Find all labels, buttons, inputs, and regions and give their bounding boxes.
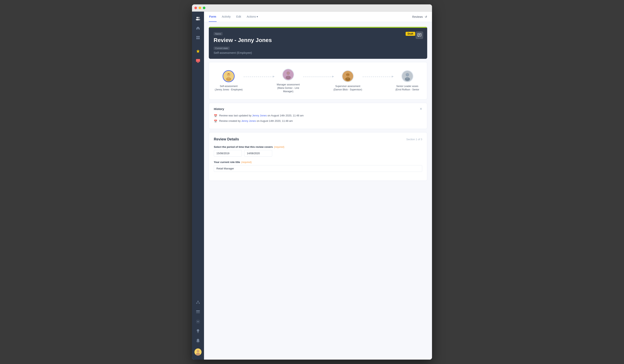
- current-state: Self-assessment (Employee): [214, 51, 422, 54]
- svg-rect-17: [196, 311, 200, 311]
- connector-1: [244, 77, 273, 77]
- svg-line-15: [197, 302, 198, 303]
- form-group-date: Select the period of time that this revi…: [214, 145, 422, 156]
- table-icon[interactable]: [194, 308, 202, 316]
- step-3-avatar-container: [342, 70, 354, 82]
- header-card: Name Review - Jenny Jones Current state …: [209, 27, 427, 59]
- svg-point-13: [196, 303, 197, 304]
- users-icon[interactable]: [194, 14, 202, 23]
- home-icon[interactable]: [194, 24, 202, 32]
- state-sub: (Employee): [237, 51, 252, 54]
- svg-rect-18: [196, 312, 200, 312]
- role-field-label: Your current role title (required): [214, 161, 422, 164]
- step-4-label: Senior Leader asses (Errol Rolfson - Sen…: [395, 85, 419, 91]
- date-required-indicator: (required): [274, 146, 285, 148]
- svg-point-47: [406, 73, 409, 76]
- form-group-role: Your current role title (required): [214, 161, 422, 172]
- name-label: Name: [214, 32, 223, 35]
- svg-point-20: [197, 321, 199, 322]
- workflow-step-3: Supervisor assessment (Damon Blick - Sup…: [333, 70, 363, 91]
- svg-point-27: [197, 350, 199, 352]
- svg-rect-19: [196, 312, 200, 313]
- svg-line-16: [198, 302, 199, 303]
- svg-rect-43: [346, 74, 349, 75]
- history-link-1[interactable]: Jenny Jones: [252, 114, 267, 117]
- tab-actions[interactable]: Actions ▾: [246, 12, 259, 22]
- svg-rect-10: [197, 62, 199, 62]
- workflow-card: Self-assessment (Jenny Jones - Employee): [209, 62, 427, 100]
- workflow-steps: Self-assessment (Jenny Jones - Employee): [214, 69, 422, 93]
- history-link-2[interactable]: Jenny Jones: [241, 119, 256, 122]
- main-content: Form Activity Edit Actions ▾ Reviews ↺: [204, 12, 432, 360]
- svg-point-38: [287, 72, 290, 75]
- details-title: Review Details: [214, 137, 239, 141]
- svg-rect-11: [197, 62, 199, 63]
- history-item-2: 📅 Review created by Jenny Jones on Augus…: [214, 119, 422, 123]
- svg-rect-22: [198, 333, 199, 333]
- date-to-input[interactable]: [244, 150, 272, 156]
- settings-icon[interactable]: [194, 317, 202, 326]
- step-4-avatar-container: [401, 70, 414, 82]
- date-field-label: Select the period of time that this revi…: [214, 145, 422, 148]
- connector-3: [363, 77, 392, 77]
- details-card: Review Details Section 1 of 3 Select the…: [209, 132, 427, 181]
- svg-rect-4: [196, 36, 198, 37]
- state-label: Current state: [214, 47, 230, 50]
- star-icon[interactable]: [194, 47, 202, 56]
- step-3-label: Supervisor assessment (Damon Blick - Sup…: [333, 85, 362, 91]
- history-item-1: 📅 Review was last updated by Jenny Jones…: [214, 114, 422, 117]
- workflow-step-2: Manager assessment (Maria Gomez - Line M…: [273, 69, 303, 93]
- maximize-button[interactable]: [203, 7, 206, 9]
- hierarchy-icon[interactable]: [194, 298, 202, 307]
- svg-point-12: [198, 301, 199, 302]
- tab-activity[interactable]: Activity: [221, 12, 231, 22]
- date-range-group: [214, 150, 422, 156]
- connector-2: [303, 77, 333, 77]
- monitor-icon[interactable]: [194, 56, 202, 65]
- svg-rect-7: [198, 38, 200, 39]
- nav-tabs: Form Activity Edit Actions ▾: [209, 12, 259, 22]
- role-title-input[interactable]: [214, 165, 422, 172]
- svg-point-3: [197, 19, 200, 20]
- nav-right[interactable]: Reviews ↺: [412, 15, 427, 18]
- svg-point-0: [196, 17, 198, 18]
- step-2-avatar-container: [282, 69, 294, 81]
- step-1-label: Self-assessment (Jenny Jones - Employee): [215, 85, 243, 91]
- calendar-icon-2: 📅: [214, 120, 217, 123]
- user-avatar[interactable]: [194, 348, 202, 356]
- svg-rect-28: [417, 33, 421, 36]
- history-title: History: [214, 107, 224, 111]
- top-nav: Form Activity Edit Actions ▾ Reviews ↺: [204, 12, 432, 22]
- svg-point-46: [405, 78, 410, 81]
- close-button[interactable]: [194, 7, 197, 9]
- svg-point-14: [199, 303, 200, 304]
- sidebar: [192, 12, 204, 360]
- lightbulb-icon[interactable]: [194, 327, 202, 336]
- history-card: History ✕ 📅 Review was last updated by J…: [209, 103, 427, 129]
- svg-point-23: [198, 342, 198, 343]
- svg-point-37: [286, 76, 291, 79]
- step-2-avatar: [282, 69, 294, 81]
- details-section: Section 1 of 3: [406, 138, 422, 141]
- content-scroll: Name Review - Jenny Jones Current state …: [204, 22, 432, 360]
- svg-point-1: [198, 17, 200, 18]
- bell-icon[interactable]: [194, 337, 202, 345]
- svg-rect-5: [198, 36, 200, 37]
- back-icon[interactable]: ↺: [425, 15, 427, 18]
- svg-point-33: [226, 78, 231, 81]
- step-2-label: Manager assessment (Maria Gomez - Line M…: [273, 83, 303, 93]
- svg-marker-8: [196, 50, 200, 53]
- tab-form[interactable]: Form: [209, 12, 217, 22]
- svg-rect-21: [197, 332, 199, 333]
- svg-rect-6: [196, 38, 198, 39]
- svg-rect-9: [196, 59, 200, 62]
- grid-icon[interactable]: [194, 33, 202, 42]
- minimize-button[interactable]: [199, 7, 201, 9]
- date-from-input[interactable]: [214, 150, 242, 156]
- history-close-button[interactable]: ✕: [420, 107, 422, 111]
- message-icon[interactable]: [416, 31, 423, 39]
- reviews-label: Reviews: [412, 15, 423, 18]
- workflow-step-1: Self-assessment (Jenny Jones - Employee): [214, 70, 244, 91]
- tab-edit[interactable]: Edit: [236, 12, 241, 22]
- draft-badge: Draft: [406, 32, 415, 36]
